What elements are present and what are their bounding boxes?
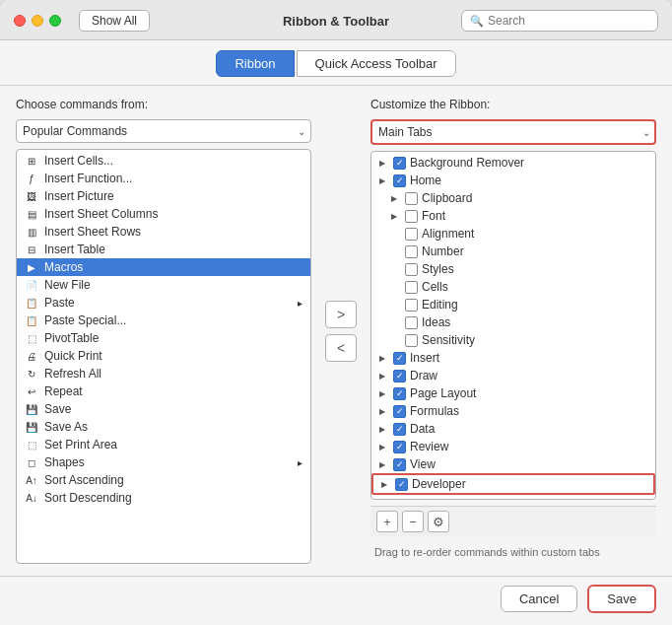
command-list-item[interactable]: ⬚PivotTable [17,329,310,347]
command-list-item[interactable]: ƒInsert Function... [17,170,310,187]
ribbon-item-checkbox[interactable] [405,245,418,258]
command-list-item[interactable]: ◻Shapes▸ [17,453,310,471]
ribbon-item-label: Draw [410,369,437,382]
ribbon-item-label: Cells [422,280,448,294]
command-list-item[interactable]: ▶Macros [17,258,310,276]
command-item-label: Set Print Area [44,438,117,451]
ribbon-item-checkbox[interactable] [405,316,418,329]
ribbon-item-checkbox[interactable]: ✓ [393,370,406,382]
ribbon-list-item[interactable]: Cells [371,278,655,296]
ribbon-list-item[interactable]: Number [371,243,655,260]
window: Show All Ribbon & Toolbar 🔍 Ribbon Quick… [0,0,672,625]
traffic-lights [14,15,61,27]
command-list-item[interactable]: ▤Insert Sheet Columns [17,205,310,223]
add-tab-button[interactable]: + [376,511,398,532]
show-all-button[interactable]: Show All [79,10,150,32]
add-to-ribbon-button[interactable]: > [325,301,357,328]
expand-triangle-icon: ▶ [379,460,389,469]
ribbon-item-checkbox[interactable]: ✓ [393,423,406,436]
ribbon-item-checkbox[interactable] [405,210,418,223]
ribbon-list-item[interactable]: Editing [371,296,655,313]
command-item-icon: 📋 [25,296,38,310]
ribbon-item-checkbox[interactable]: ✓ [393,174,406,187]
ribbon-dropdown-wrapper: Main Tabs ⌄ [370,119,656,145]
command-list-item[interactable]: ⊞Insert Cells... [17,152,310,170]
ribbon-tab[interactable]: Ribbon [216,50,294,77]
gear-button[interactable]: ⚙ [428,511,449,532]
remove-from-ribbon-button[interactable]: < [325,334,357,362]
ribbon-item-checkbox[interactable]: ✓ [393,405,406,418]
ribbon-list-item[interactable]: ▶✓Page Layout [371,384,655,402]
command-item-label: Save As [44,420,88,434]
command-item-label: Paste [44,296,75,310]
ribbon-list-item[interactable]: ▶✓Review [371,438,655,455]
expand-triangle-icon: ▶ [379,176,389,185]
ribbon-list-item[interactable]: Styles [371,260,655,278]
ribbon-list-item[interactable]: ▶✓Insert [371,349,655,367]
window-title: Ribbon & Toolbar [283,14,389,29]
ribbon-list-item[interactable]: ▶✓Formulas [371,402,655,420]
ribbon-list-item[interactable]: ▶✓Data [371,420,655,438]
ribbon-item-label: Styles [422,262,454,276]
command-list-item[interactable]: 🖨Quick Print [17,347,310,365]
command-list-item[interactable]: 📋Paste▸ [17,294,310,312]
command-item-icon: ⊟ [25,243,38,256]
command-list-item[interactable]: ▥Insert Sheet Rows [17,223,310,241]
command-item-label: Shapes [44,455,85,469]
search-input[interactable] [488,14,649,28]
ribbon-list-item[interactable]: Alignment [371,225,655,243]
command-item-icon: A↑ [25,473,38,487]
developer-ribbon-item[interactable]: ▶✓Developer [371,473,655,495]
command-list-item[interactable]: 🖼Insert Picture [17,187,310,205]
ribbon-list: ▶✓Background Remover▶✓Home▶Clipboard▶Fon… [370,151,656,500]
command-list-item[interactable]: ↻Refresh All [17,365,310,382]
ribbon-item-label: Number [422,244,464,258]
command-list-item[interactable]: 📄New File [17,276,310,294]
ribbon-list-item[interactable]: ▶Font [371,207,655,225]
ribbon-item-checkbox[interactable] [405,228,418,241]
expand-triangle-icon: ▶ [381,480,391,489]
commands-dropdown[interactable]: Popular Commands [16,119,311,143]
command-list-item[interactable]: 📋Paste Special... [17,312,310,329]
drag-hint: Drag to re-order commands within custom … [370,542,656,564]
command-list-item[interactable]: ↩Repeat [17,382,310,400]
ribbon-list-item[interactable]: ▶✓Background Remover [371,154,655,172]
ribbon-list-item[interactable]: Ideas [371,313,655,331]
minimize-button[interactable] [32,15,43,27]
command-list-item[interactable]: 💾Save As [17,418,310,436]
command-list-item[interactable]: A↓Sort Descending [17,489,310,507]
ribbon-item-checkbox[interactable]: ✓ [395,478,408,491]
ribbon-list-item[interactable]: Sensitivity [371,331,655,349]
command-list-item[interactable]: 💾Save [17,400,310,418]
expand-triangle-icon: ▶ [379,159,389,168]
ribbon-item-label: Insert [410,351,439,365]
command-list-item[interactable]: ⊟Insert Table [17,241,310,258]
ribbon-item-label: Sensitivity [422,333,475,347]
command-list-item[interactable]: A↑Sort Ascending [17,471,310,489]
ribbon-item-label: Background Remover [410,156,524,170]
remove-tab-button[interactable]: − [402,511,424,532]
ribbon-item-checkbox[interactable]: ✓ [393,352,406,365]
ribbon-item-checkbox[interactable]: ✓ [393,157,406,170]
ribbon-item-checkbox[interactable] [405,299,418,312]
ribbon-item-checkbox[interactable] [405,334,418,347]
close-button[interactable] [14,15,26,27]
ribbon-item-checkbox[interactable] [405,281,418,294]
quick-access-tab[interactable]: Quick Access Toolbar [297,50,456,77]
ribbon-list-item[interactable]: ▶✓Draw [371,367,655,384]
save-button[interactable]: Save [587,585,656,613]
command-item-label: Insert Sheet Columns [44,207,158,221]
ribbon-item-checkbox[interactable]: ✓ [393,458,406,471]
maximize-button[interactable] [49,15,61,27]
ribbon-dropdown[interactable]: Main Tabs [370,119,656,145]
ribbon-item-checkbox[interactable]: ✓ [393,387,406,400]
ribbon-list-item[interactable]: ▶✓Home [371,172,655,189]
ribbon-item-checkbox[interactable]: ✓ [393,441,406,453]
cancel-button[interactable]: Cancel [501,586,577,612]
ribbon-list-item[interactable]: ▶✓View [371,455,655,473]
ribbon-item-checkbox[interactable] [405,192,418,205]
ribbon-item-label: View [410,457,436,471]
command-list-item[interactable]: ⬚Set Print Area [17,436,310,453]
ribbon-item-checkbox[interactable] [405,263,418,276]
ribbon-list-item[interactable]: ▶Clipboard [371,189,655,207]
